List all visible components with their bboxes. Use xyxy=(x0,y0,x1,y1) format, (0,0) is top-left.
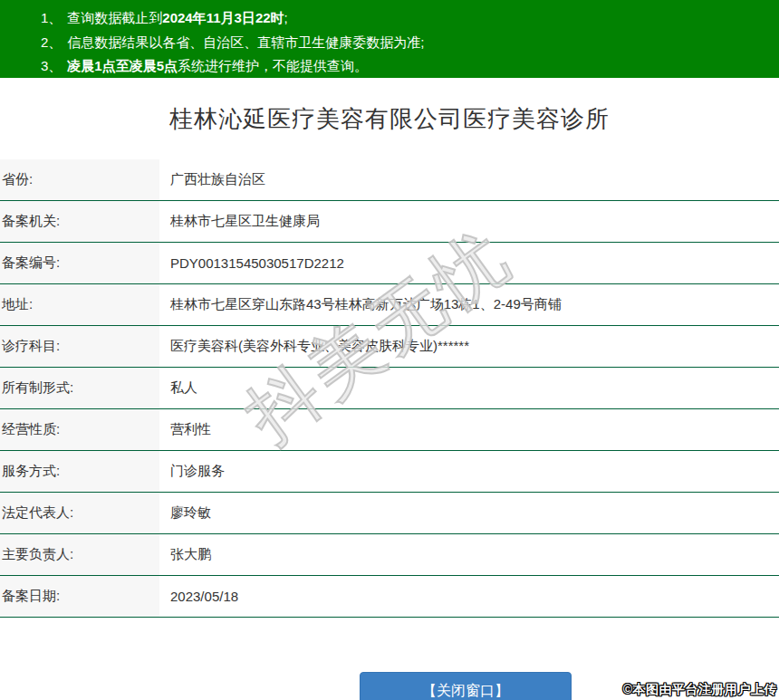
row-label: 诊疗科目: xyxy=(0,326,159,367)
table-row-filing-number: 备案编号: PDY00131545030517D2212 xyxy=(0,243,779,284)
notice-text: 系统进行维护，不能提供查询。 xyxy=(178,58,368,73)
notice-text: 信息数据结果以各省、自治区、直辖市卫生健康委数据为准; xyxy=(67,34,424,50)
row-label: 服务方式: xyxy=(0,451,159,492)
table-row-medical-subjects: 诊疗科目: 医疗美容科(美容外科专业、美容皮肤科专业)****** xyxy=(0,326,779,368)
table-row-filing-authority: 备案机关: 桂林市七星区卫生健康局 xyxy=(0,201,779,243)
row-label: 备案日期: xyxy=(0,576,159,617)
table-row-filing-date: 备案日期: 2023/05/18 xyxy=(0,576,779,618)
row-label: 地址: xyxy=(0,284,159,325)
page-title: 桂林沁延医疗美容有限公司医疗美容诊所 xyxy=(169,103,610,135)
row-label: 备案编号: xyxy=(0,243,159,283)
notice-banner: 1、查询数据截止到2024年11月3日22时; 2、信息数据结果以各省、自治区、… xyxy=(0,0,779,78)
uploader-stamp: ©本图由平台注册用户上传 xyxy=(623,682,777,698)
notice-text-bold: 2024年11月3日22时 xyxy=(162,10,284,25)
notice-line-2: 2、信息数据结果以各省、自治区、直辖市卫生健康委数据为准; xyxy=(41,31,770,55)
row-label: 省份: xyxy=(0,159,159,200)
table-row-ownership: 所有制形式: 私人 xyxy=(0,368,779,409)
row-label: 备案机关: xyxy=(0,201,159,242)
row-value: 廖玲敏 xyxy=(159,493,779,533)
notice-line-3: 3、凌晨1点至凌晨5点系统进行维护，不能提供查询。 xyxy=(41,54,770,79)
row-value: 医疗美容科(美容外科专业、美容皮肤科专业)****** xyxy=(159,326,779,367)
table-row-service-mode: 服务方式: 门诊服务 xyxy=(0,451,779,493)
close-window-button[interactable]: 【关闭窗口】 xyxy=(360,672,572,700)
row-label: 法定代表人: xyxy=(0,493,159,533)
notice-number: 3、 xyxy=(41,58,62,73)
row-value: 张大鹏 xyxy=(159,534,779,575)
notice-text: 查询数据截止到 xyxy=(67,10,162,25)
row-value: 桂林市七星区穿山东路43号桂林高新万达广场13栋1、2-49号商铺 xyxy=(159,284,779,325)
title-area: 桂林沁延医疗美容有限公司医疗美容诊所 xyxy=(0,78,779,159)
row-value: 营利性 xyxy=(159,409,779,450)
record-table: 省份: 广西壮族自治区 备案机关: 桂林市七星区卫生健康局 备案编号: PDY0… xyxy=(0,159,779,618)
table-row-address: 地址: 桂林市七星区穿山东路43号桂林高新万达广场13栋1、2-49号商铺 xyxy=(0,284,779,326)
row-label: 经营性质: xyxy=(0,409,159,450)
notice-number: 2、 xyxy=(41,34,62,50)
row-value: 桂林市七星区卫生健康局 xyxy=(159,201,779,242)
row-value: 2023/05/18 xyxy=(159,576,779,617)
notice-text-bold: 凌晨1点至凌晨5点 xyxy=(67,58,178,73)
notice-line-1: 1、查询数据截止到2024年11月3日22时; xyxy=(41,6,770,31)
row-value: 私人 xyxy=(159,368,779,408)
table-row-legal-representative: 法定代表人: 廖玲敏 xyxy=(0,493,779,534)
table-row-business-nature: 经营性质: 营利性 xyxy=(0,409,779,451)
row-value: PDY00131545030517D2212 xyxy=(159,243,779,283)
table-row-province: 省份: 广西壮族自治区 xyxy=(0,159,779,201)
notice-number: 1、 xyxy=(41,10,62,25)
row-value: 广西壮族自治区 xyxy=(159,159,779,200)
row-value: 门诊服务 xyxy=(159,451,779,492)
row-label: 所有制形式: xyxy=(0,368,159,408)
notice-text: ; xyxy=(284,10,288,25)
page: 1、查询数据截止到2024年11月3日22时; 2、信息数据结果以各省、自治区、… xyxy=(0,0,779,700)
table-row-main-responsible-person: 主要负责人: 张大鹏 xyxy=(0,534,779,576)
row-label: 主要负责人: xyxy=(0,534,159,575)
